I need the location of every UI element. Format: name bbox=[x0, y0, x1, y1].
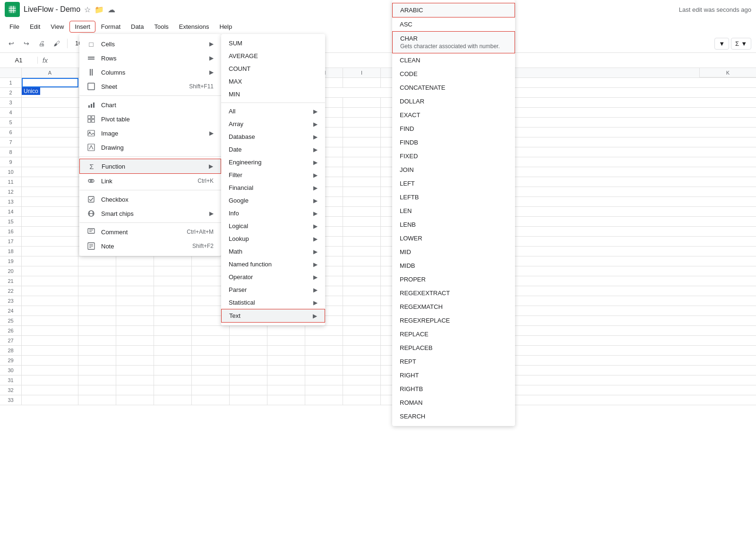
cell-G26[interactable] bbox=[267, 326, 305, 335]
star-icon[interactable]: ☆ bbox=[84, 5, 91, 14]
cell-I23[interactable] bbox=[343, 296, 381, 306]
cell-F31[interactable] bbox=[230, 375, 267, 385]
cell-A1[interactable] bbox=[22, 78, 78, 87]
cell-C31[interactable] bbox=[116, 375, 154, 385]
func-text[interactable]: Text ▶ bbox=[221, 309, 325, 323]
func-item-lower[interactable]: LOWER bbox=[392, 231, 515, 245]
cell-A28[interactable] bbox=[22, 346, 78, 355]
cell-D21[interactable] bbox=[154, 276, 192, 286]
cell-I12[interactable] bbox=[343, 187, 381, 196]
cell-A19[interactable] bbox=[22, 256, 78, 266]
cell-D28[interactable] bbox=[154, 346, 192, 355]
cell-I18[interactable] bbox=[343, 247, 381, 256]
insert-image-item[interactable]: Image ▶ bbox=[79, 126, 221, 140]
cell-B24[interactable] bbox=[78, 306, 116, 315]
cloud-icon[interactable]: ☁ bbox=[108, 5, 115, 14]
cell-H30[interactable] bbox=[305, 366, 343, 375]
insert-rows-item[interactable]: Rows ▶ bbox=[79, 51, 221, 65]
cell-A29[interactable] bbox=[22, 356, 78, 365]
cell-A31[interactable] bbox=[22, 375, 78, 385]
cell-I20[interactable] bbox=[343, 266, 381, 276]
cell-B30[interactable] bbox=[78, 366, 116, 375]
cell-F32[interactable] bbox=[230, 385, 267, 395]
cell-I22[interactable] bbox=[343, 286, 381, 296]
func-item-find[interactable]: FIND bbox=[392, 122, 515, 136]
menu-data[interactable]: Data bbox=[126, 21, 148, 32]
cell-D20[interactable] bbox=[154, 266, 192, 276]
redo-button[interactable]: ↪ bbox=[20, 37, 33, 50]
cell-G27[interactable] bbox=[267, 336, 305, 345]
func-item-regexextract[interactable]: REGEXEXTRACT bbox=[392, 286, 515, 300]
func-item-exact[interactable]: EXACT bbox=[392, 108, 515, 122]
functions-button[interactable]: Σ ▼ bbox=[731, 38, 751, 50]
func-item-arabic[interactable]: ARABIC bbox=[392, 3, 515, 17]
cell-F29[interactable] bbox=[230, 356, 267, 365]
cell-I5[interactable] bbox=[343, 118, 381, 127]
insert-note-item[interactable]: Note Shift+F2 bbox=[79, 239, 221, 253]
menu-format[interactable]: Format bbox=[96, 21, 125, 32]
cell-I26[interactable] bbox=[343, 326, 381, 335]
func-item-regexreplace[interactable]: REGEXREPLACE bbox=[392, 314, 515, 327]
cell-I7[interactable] bbox=[343, 137, 381, 147]
cell-E31[interactable] bbox=[192, 375, 230, 385]
cell-I19[interactable] bbox=[343, 256, 381, 266]
cell-H27[interactable] bbox=[305, 336, 343, 345]
func-item-midb[interactable]: MIDB bbox=[392, 259, 515, 273]
cell-E27[interactable] bbox=[192, 336, 230, 345]
cell-C25[interactable] bbox=[116, 316, 154, 325]
cell-B23[interactable] bbox=[78, 296, 116, 306]
cell-G31[interactable] bbox=[267, 375, 305, 385]
cell-B19[interactable] bbox=[78, 256, 116, 266]
func-financial[interactable]: Financial ▶ bbox=[221, 181, 325, 194]
func-lookup[interactable]: Lookup ▶ bbox=[221, 232, 325, 245]
menu-extensions[interactable]: Extensions bbox=[174, 21, 214, 32]
func-item-lenb[interactable]: LENB bbox=[392, 218, 515, 231]
cell-I14[interactable] bbox=[343, 207, 381, 216]
menu-tools[interactable]: Tools bbox=[149, 21, 173, 32]
cell-C30[interactable] bbox=[116, 366, 154, 375]
cell-A10[interactable] bbox=[22, 167, 78, 177]
func-item-clean[interactable]: CLEAN bbox=[392, 53, 515, 67]
cell-I30[interactable] bbox=[343, 366, 381, 375]
cell-B28[interactable] bbox=[78, 346, 116, 355]
undo-button[interactable]: ↩ bbox=[5, 37, 18, 50]
cell-A33[interactable] bbox=[22, 395, 78, 405]
cell-C20[interactable] bbox=[116, 266, 154, 276]
func-item-char[interactable]: CHAR Gets character associated with numb… bbox=[392, 31, 515, 53]
insert-smartchips-item[interactable]: Smart chips ▶ bbox=[79, 206, 221, 221]
cell-B32[interactable] bbox=[78, 385, 116, 395]
cell-C29[interactable] bbox=[116, 356, 154, 365]
func-item-leftb[interactable]: LEFTB bbox=[392, 190, 515, 204]
cell-F26[interactable] bbox=[230, 326, 267, 335]
cell-E28[interactable] bbox=[192, 346, 230, 355]
insert-drawing-item[interactable]: Drawing bbox=[79, 140, 221, 154]
col-header-I[interactable]: I bbox=[343, 68, 381, 77]
cell-F30[interactable] bbox=[230, 366, 267, 375]
cell-B26[interactable] bbox=[78, 326, 116, 335]
cell-I11[interactable] bbox=[343, 177, 381, 187]
cell-B20[interactable] bbox=[78, 266, 116, 276]
cell-E30[interactable] bbox=[192, 366, 230, 375]
func-info[interactable]: Info ▶ bbox=[221, 207, 325, 220]
cell-B22[interactable] bbox=[78, 286, 116, 296]
func-logical[interactable]: Logical ▶ bbox=[221, 220, 325, 232]
cell-B33[interactable] bbox=[78, 395, 116, 405]
folder-icon[interactable]: 📁 bbox=[94, 5, 104, 14]
cell-A13[interactable] bbox=[22, 197, 78, 206]
print-button[interactable]: 🖨 bbox=[35, 37, 48, 50]
cell-I28[interactable] bbox=[343, 346, 381, 355]
cell-C32[interactable] bbox=[116, 385, 154, 395]
cell-A27[interactable] bbox=[22, 336, 78, 345]
cell-A24[interactable] bbox=[22, 306, 78, 315]
cell-G28[interactable] bbox=[267, 346, 305, 355]
cell-C23[interactable] bbox=[116, 296, 154, 306]
cell-E29[interactable] bbox=[192, 356, 230, 365]
cell-G32[interactable] bbox=[267, 385, 305, 395]
cell-A4[interactable] bbox=[22, 108, 78, 117]
col-header-K[interactable]: K bbox=[699, 68, 756, 77]
func-item-search[interactable]: SEARCH bbox=[392, 409, 515, 423]
cell-B25[interactable] bbox=[78, 316, 116, 325]
cell-C24[interactable] bbox=[116, 306, 154, 315]
insert-sheet-item[interactable]: Sheet Shift+F11 bbox=[79, 79, 221, 94]
cell-I6[interactable] bbox=[343, 128, 381, 137]
